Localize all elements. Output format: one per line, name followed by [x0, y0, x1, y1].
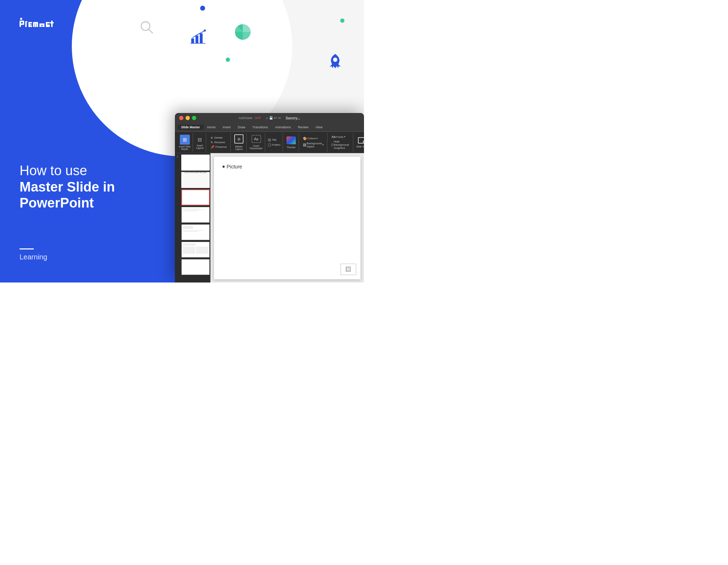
insert-slide-master-icon: ⊞ [180, 135, 190, 145]
tab-transitions[interactable]: Transitions [249, 125, 272, 130]
main-slide: Picture 🖼 [214, 157, 360, 279]
thumb-2-text: Click to edit Master title style [183, 171, 207, 174]
titlebar-tools: ⌂ 💾 ↩ ↪ [266, 116, 280, 120]
minimize-button[interactable] [186, 116, 190, 120]
tab-home[interactable]: Home [204, 125, 219, 130]
insert-slide-master-button[interactable]: ⊞ Insert SlideMaster [177, 133, 193, 152]
delete-button[interactable]: ✕ Delete [209, 136, 228, 140]
slide-thumb-7[interactable] [181, 259, 210, 275]
save-icon: 💾 [269, 116, 273, 120]
slide-thumb-wrapper-7 [181, 259, 209, 275]
svg-rect-33 [50, 22, 54, 23]
rename-button[interactable]: ✎ Rename [209, 140, 228, 145]
undo-icon: ↩ [274, 116, 277, 120]
svg-rect-32 [51, 21, 53, 27]
slide-thumb-6[interactable] [181, 242, 210, 258]
dot-green-tr [340, 18, 344, 23]
footers-checkbox[interactable] [268, 144, 271, 146]
tab-insert[interactable]: Insert [219, 125, 235, 130]
slide-thumb-wrapper-6 [181, 242, 209, 258]
svg-rect-25 [39, 23, 44, 25]
ribbon-tabs-bar: Slide Master Home Insert Draw Transition… [175, 123, 364, 132]
thumb-6-content [183, 243, 208, 254]
redo-icon: ↪ [278, 116, 281, 120]
background-styles-button[interactable]: 🖼 Background Styles ▾ [302, 141, 325, 149]
slide-picture-text: Picture [227, 164, 242, 170]
insert-placeholder-icon: Aa [252, 135, 261, 143]
close-button[interactable] [179, 116, 183, 120]
thumb-cols [183, 247, 208, 254]
svg-rect-4 [200, 33, 203, 43]
hide-bg-checkbox[interactable] [331, 144, 333, 146]
slide-thumbnails[interactable]: 1 Click to edit Master title style [175, 153, 210, 282]
filename: Savory... [286, 116, 300, 120]
master-layout-button[interactable]: ⊞ MasterLayout [231, 133, 247, 152]
slide-thumb-3[interactable] [181, 189, 210, 205]
line [183, 209, 200, 209]
preserve-label: Preserve [215, 145, 227, 149]
svg-rect-12 [20, 23, 24, 25]
thumb-header [183, 226, 193, 229]
thumb-header [183, 243, 196, 246]
master-layout-icon: ⊞ [234, 134, 243, 144]
footers-label: Footers [272, 144, 280, 146]
maximize-button[interactable] [192, 116, 196, 120]
fonts-label: Fonts [336, 135, 343, 139]
learning-label: Learning [20, 253, 47, 261]
colors-button[interactable]: 🎨 Colors ▾ [302, 136, 325, 141]
master-layout-label: MasterLayout [235, 145, 242, 150]
col [183, 247, 195, 254]
image-placeholder: 🖼 [341, 264, 356, 275]
slide-thumb-4[interactable] [181, 207, 210, 223]
slide-thumb-wrapper-4 [181, 207, 209, 223]
slide-size-icon [358, 137, 364, 144]
slide-thumb-1[interactable] [181, 155, 210, 171]
title-checkbox-row[interactable]: Title [268, 138, 280, 142]
footers-checkbox-row[interactable]: Footers [268, 143, 280, 147]
line [183, 211, 198, 211]
hide-bg-graphics-button[interactable]: Hide Background Graphics [330, 140, 351, 150]
title-checkbox[interactable] [268, 139, 271, 141]
tab-draw[interactable]: Draw [234, 125, 249, 130]
pie-icon [233, 22, 253, 43]
themes-icon [287, 136, 296, 144]
svg-rect-31 [46, 26, 50, 27]
slide-size-button[interactable]: Slide Size [354, 133, 364, 152]
svg-rect-26 [39, 26, 44, 27]
svg-rect-3 [196, 36, 198, 43]
svg-line-1 [148, 29, 152, 33]
insert-slide-master-label: Insert SlideMaster [179, 145, 191, 150]
themes-label: Themes [287, 146, 295, 149]
slide-canvas: Picture 🖼 [210, 153, 364, 282]
slide-thumb-wrapper-5 [181, 224, 209, 240]
fonts-chevron: ▾ [344, 135, 346, 138]
tab-slide-master[interactable]: Slide Master [178, 125, 204, 130]
slide-thumb-wrapper-3 [181, 189, 209, 205]
tab-view[interactable]: View [312, 125, 326, 130]
tab-review[interactable]: Review [294, 125, 312, 130]
fonts-button[interactable]: Aa Fonts ▾ [330, 135, 351, 139]
autosave-state: OFF [255, 116, 261, 120]
slide-thumb-5[interactable] [181, 224, 210, 240]
logo[interactable] [20, 17, 62, 28]
line [183, 231, 198, 232]
rename-label: Rename [214, 141, 225, 144]
insert-placeholder-button[interactable]: Aa InsertPlaceholder [247, 133, 265, 152]
bg-styles-icon: 🖼 [303, 143, 306, 147]
insert-layout-icon: ⊟ [196, 136, 204, 144]
svg-rect-28 [46, 22, 47, 25]
tab-animations[interactable]: Animations [272, 125, 295, 130]
insert-layout-button[interactable]: ⊟ InsertLayout [194, 133, 206, 152]
colors-chevron: ▾ [316, 137, 318, 140]
line [183, 230, 203, 231]
preserve-button[interactable]: 📌 Preserve [209, 145, 228, 149]
title-label: Title [272, 139, 277, 141]
titlebar-center: AutoSave OFF ⌂ 💾 ↩ ↪ Savory... [239, 116, 300, 120]
chart-icon [189, 28, 208, 48]
themes-button[interactable]: Themes [284, 133, 299, 152]
delete-icon: ✕ [210, 136, 213, 140]
slide-bullet-row: Picture [223, 164, 242, 170]
bg-styles-label: Background Styles [307, 142, 322, 148]
svg-rect-21 [37, 22, 38, 27]
slide-thumb-2[interactable]: Click to edit Master title style [181, 172, 210, 188]
